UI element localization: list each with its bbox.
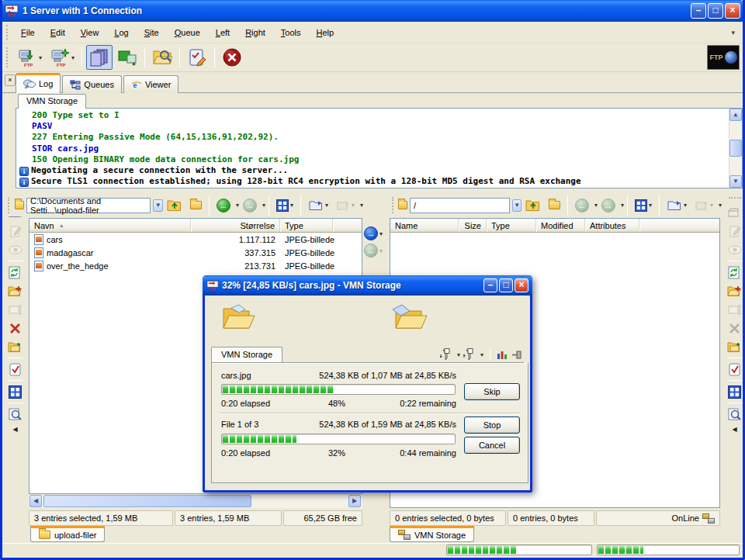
cancel-button[interactable]: Cancel — [464, 437, 520, 454]
column-attributes[interactable]: Attributes — [585, 219, 639, 232]
forward-button[interactable]: → — [598, 196, 619, 215]
browse-folder-button[interactable] — [149, 45, 175, 70]
view-button[interactable] — [726, 241, 743, 258]
download-button[interactable]: ← — [364, 244, 378, 258]
menu-help[interactable]: Help — [309, 26, 342, 40]
menu-view[interactable]: View — [73, 26, 107, 40]
path-dropdown-icon[interactable]: ▼ — [512, 199, 521, 212]
session-log-tab[interactable]: VMN Storage — [18, 94, 86, 109]
panels-view-button[interactable] — [86, 45, 113, 70]
column-type[interactable]: Type — [280, 219, 333, 232]
tab-viewer[interactable]: e Viewer — [123, 75, 178, 93]
menu-file[interactable]: File — [13, 26, 43, 40]
site-properties-button[interactable] — [184, 45, 210, 70]
view-button[interactable] — [7, 241, 24, 258]
menu-left[interactable]: Left — [208, 26, 237, 40]
file-row[interactable]: over_the_hedge 213.731 JPEG-billede — [29, 259, 362, 272]
log-panel-splitter[interactable] — [2, 188, 743, 194]
archive-button[interactable] — [726, 338, 743, 355]
upload-button[interactable]: → — [364, 226, 378, 240]
toolbar-grip[interactable] — [6, 47, 9, 67]
stop-button[interactable]: Stop — [464, 417, 520, 434]
right-site-tab[interactable]: VMN Storage — [390, 526, 474, 542]
file-row[interactable]: cars 1.117.112 JPEG-billede — [29, 233, 362, 246]
preview-button[interactable] — [726, 406, 743, 423]
path-dropdown-icon[interactable]: ▼ — [153, 199, 162, 212]
menu-grip[interactable] — [6, 25, 9, 40]
maximize-button[interactable]: □ — [708, 3, 723, 19]
column-navn[interactable]: Navn▲ — [29, 219, 191, 232]
new-folder-button[interactable] — [726, 282, 743, 299]
tab-queues[interactable]: Queues — [62, 75, 122, 93]
scroll-up-icon[interactable]: ▲ — [729, 109, 742, 121]
menu-log[interactable]: Log — [106, 26, 136, 40]
minimize-button[interactable]: – — [691, 3, 706, 19]
log-scrollbar[interactable]: ▲ ▼ — [729, 109, 742, 188]
scroll-right-icon[interactable]: ▶ — [348, 495, 361, 507]
verify-button[interactable] — [7, 361, 24, 378]
column-modified[interactable]: Modified — [536, 219, 585, 232]
views-button[interactable] — [7, 383, 24, 400]
folder-open-button[interactable] — [546, 199, 563, 212]
pin-icon[interactable] — [511, 350, 522, 360]
edit-button[interactable] — [726, 223, 743, 240]
collapse-toolbar-icon[interactable]: ◀ — [2, 426, 28, 433]
sync-button[interactable]: ▾ — [691, 198, 716, 213]
back-button[interactable]: ← — [572, 196, 592, 215]
archive-button[interactable] — [7, 338, 24, 355]
views-menu-button[interactable]: ▾ — [632, 197, 655, 214]
views-button[interactable] — [726, 383, 743, 400]
folder-open-button[interactable] — [187, 199, 205, 212]
folder-up-button[interactable] — [164, 197, 185, 214]
log-output[interactable]: 200 Type set to I PASV 227 Entering Pass… — [16, 108, 743, 188]
filter-upload-icon[interactable] — [463, 348, 476, 361]
menu-site[interactable]: Site — [137, 26, 167, 40]
menu-edit[interactable]: Edit — [43, 26, 73, 40]
refresh-button[interactable] — [726, 264, 743, 281]
delete-button[interactable] — [7, 320, 24, 337]
dialog-session-tab[interactable]: VMN Storage — [211, 347, 282, 363]
file-row[interactable]: madagascar 337.315 JPEG-billede — [29, 246, 362, 259]
title-bar[interactable]: FTP 1 Server with 1 Connection – □ × — [0, 0, 745, 22]
preview-button[interactable] — [7, 406, 24, 423]
compare-button[interactable]: ▾ — [305, 197, 331, 214]
abort-button[interactable] — [219, 45, 245, 70]
collapse-toolbar-icon[interactable]: ◀ — [722, 426, 745, 433]
menu-right[interactable]: Right — [237, 26, 273, 40]
dialog-close-button[interactable]: × — [515, 278, 528, 292]
column-type[interactable]: Type — [487, 219, 536, 232]
compare-button[interactable]: ▾ — [664, 197, 690, 214]
column-stoerrelse[interactable]: Størrelse — [191, 219, 280, 232]
switch-panels-button[interactable] — [114, 45, 140, 70]
scroll-down-icon[interactable]: ▼ — [729, 175, 742, 188]
transfer-button[interactable] — [726, 204, 743, 221]
menu-overflow-icon[interactable]: ▾ — [731, 29, 735, 36]
chart-icon[interactable] — [497, 350, 508, 360]
left-folder-tab[interactable]: upload-filer — [30, 526, 105, 542]
verify-button[interactable] — [726, 361, 743, 378]
close-button[interactable]: × — [725, 3, 740, 19]
back-button[interactable]: ← — [213, 196, 234, 215]
toolbar-overflow-icon[interactable]: ▾ — [360, 202, 363, 209]
forward-button[interactable]: → — [240, 196, 260, 215]
rename-button[interactable] — [726, 301, 743, 318]
rename-button[interactable] — [7, 301, 24, 318]
scroll-left-icon[interactable]: ◀ — [29, 495, 42, 507]
delete-button[interactable] — [726, 320, 743, 337]
column-name[interactable]: Name — [390, 219, 459, 232]
sync-button[interactable]: ▾ — [333, 198, 358, 213]
menu-queue[interactable]: Queue — [167, 26, 208, 40]
tab-log[interactable]: Log — [16, 73, 61, 93]
filter-download-icon[interactable] — [440, 348, 452, 361]
connect-button[interactable]: FTP ▾ — [14, 45, 45, 70]
panel-close-icon[interactable]: × — [5, 74, 16, 86]
menu-tools[interactable]: Tools — [273, 26, 309, 40]
left-path-input[interactable]: C:\Documents and Setti...\upload-filer — [26, 198, 151, 213]
toolbar-overflow-icon[interactable]: ▾ — [719, 202, 722, 209]
dialog-title-bar[interactable]: FTP 32% [24,85 KB/s] cars.jpg - VMN Stor… — [203, 275, 532, 296]
dialog-maximize-button[interactable]: □ — [499, 278, 513, 292]
right-path-input[interactable]: / — [410, 198, 511, 213]
quick-connect-button[interactable]: FTP ▾ — [47, 45, 78, 70]
left-list-scrollbar[interactable]: ◀ ▶ — [29, 495, 362, 508]
new-folder-button[interactable] — [7, 282, 24, 299]
